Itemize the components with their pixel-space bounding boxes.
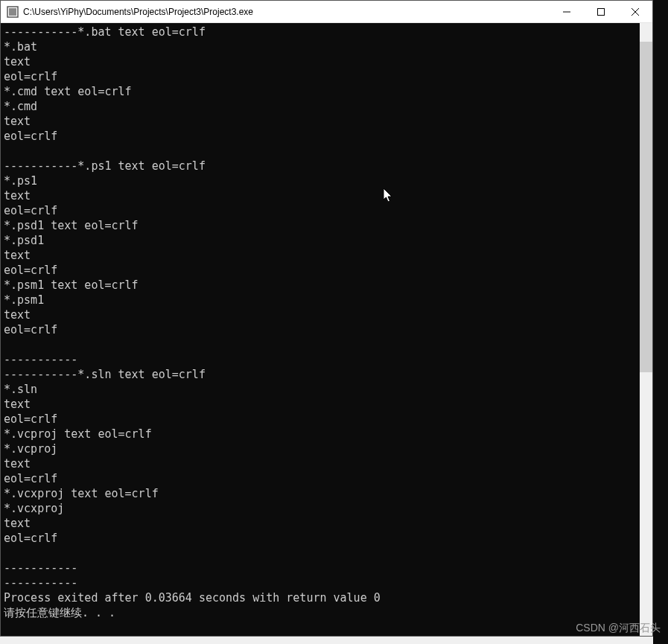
svg-rect-3	[598, 8, 605, 15]
adjacent-window-sliver	[653, 0, 668, 644]
scrollbar-thumb[interactable]	[640, 42, 652, 372]
app-icon	[7, 6, 19, 18]
window-controls	[550, 1, 652, 22]
maximize-button[interactable]	[584, 1, 618, 22]
close-button[interactable]	[618, 1, 652, 22]
svg-rect-1	[9, 8, 16, 16]
console-output[interactable]: -----------*.bat text eol=crlf *.bat tex…	[1, 23, 640, 636]
console-area: -----------*.bat text eol=crlf *.bat tex…	[1, 23, 652, 636]
vertical-scrollbar[interactable]	[640, 23, 652, 636]
minimize-button[interactable]	[550, 1, 584, 22]
title-bar[interactable]: C:\Users\YiPhy\Documents\Projects\Projec…	[1, 1, 652, 23]
console-window: C:\Users\YiPhy\Documents\Projects\Projec…	[0, 0, 653, 637]
window-title: C:\Users\YiPhy\Documents\Projects\Projec…	[23, 7, 550, 17]
